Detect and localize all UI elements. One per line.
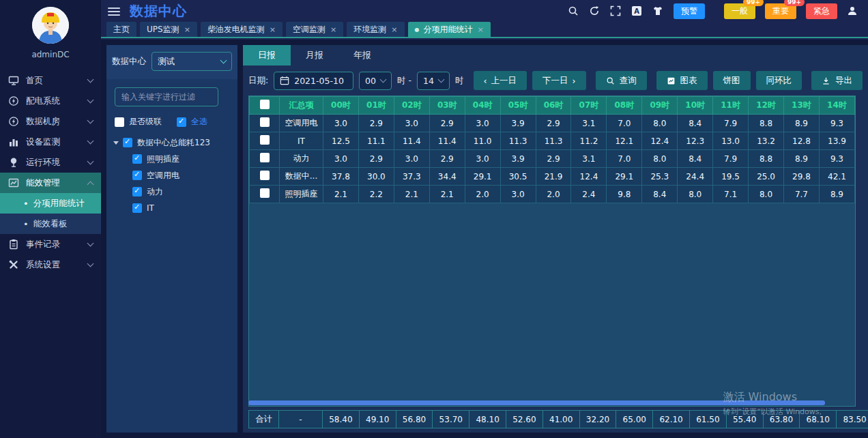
totals-cell: 56.80: [396, 411, 433, 428]
window-tab-4[interactable]: 环境监测×: [347, 22, 404, 37]
window-tab-0[interactable]: 主页: [106, 22, 136, 37]
alarm-button-1[interactable]: 一般99+: [724, 3, 755, 19]
user-icon[interactable]: [847, 5, 858, 17]
sidebar-item-label: 数据机房: [26, 116, 88, 128]
window-tab-label: 主页: [113, 24, 130, 35]
tree-node-checkbox[interactable]: [132, 171, 142, 180]
search-icon[interactable]: [568, 5, 579, 17]
column-header: 汇总项: [280, 97, 323, 115]
tree-root-label[interactable]: 数据中心总能耗123: [137, 137, 210, 149]
tree-node-checkbox[interactable]: [132, 154, 142, 164]
sidebar-item-2[interactable]: 数据机房: [0, 111, 101, 132]
window-tab-1[interactable]: UPS监测×: [140, 22, 197, 37]
tab-yearly-report[interactable]: 年报: [338, 45, 386, 65]
sidebar-item-0[interactable]: 首页: [0, 70, 101, 91]
alarm-count-badge: 99+: [743, 0, 764, 6]
alarm-button-3[interactable]: 紧急: [806, 3, 837, 19]
window-tab-label: 柴油发电机监测: [207, 24, 265, 35]
chart-button[interactable]: 图表: [656, 71, 708, 90]
tree-node-label[interactable]: 空调用电: [147, 170, 179, 181]
tab-daily-report[interactable]: 日报: [243, 45, 291, 65]
tree-node-label[interactable]: 动力: [147, 186, 163, 198]
select-all-rows-checkbox[interactable]: [260, 100, 270, 109]
column-header: 02时: [394, 97, 429, 115]
sidebar-item-1[interactable]: 配电系统: [0, 91, 101, 111]
row-checkbox[interactable]: [260, 135, 270, 145]
tree-root-checkbox[interactable]: [123, 138, 132, 147]
close-icon[interactable]: ×: [330, 25, 336, 34]
date-picker[interactable]: 2021-05-10: [274, 72, 353, 90]
totals-cell: 55.40: [726, 411, 763, 428]
tree-node-1[interactable]: 空调用电: [113, 167, 237, 184]
column-header: 14时: [819, 97, 854, 115]
select-all-label[interactable]: 全选: [191, 116, 207, 128]
keyword-filter-input[interactable]: [115, 92, 218, 102]
row-checkbox[interactable]: [260, 171, 270, 180]
hour-end-select[interactable]: 14: [417, 72, 450, 90]
table-cell: 21.9: [536, 168, 571, 186]
fullscreen-icon[interactable]: [610, 5, 622, 17]
table-cell: 25.0: [749, 168, 784, 186]
sidebar-item-7[interactable]: 系统设置: [0, 254, 101, 275]
table-cell: 2.9: [358, 150, 394, 168]
sidebar-subitem-1[interactable]: •能效看板: [0, 214, 101, 234]
tree-node-0[interactable]: 照明插座: [113, 151, 237, 167]
tree-node-checkbox[interactable]: [132, 187, 142, 196]
chevron-down-icon: [87, 240, 94, 247]
cascade-checkbox[interactable]: [115, 117, 124, 127]
tree-node-checkbox[interactable]: [132, 203, 142, 213]
refresh-icon[interactable]: [589, 5, 601, 17]
table-cell: 3.0: [394, 150, 429, 168]
export-button[interactable]: 导出: [811, 71, 863, 90]
close-icon[interactable]: ×: [478, 25, 484, 34]
column-header: 12时: [749, 97, 784, 115]
select-all-checkbox[interactable]: [177, 117, 186, 127]
tree-node-3[interactable]: IT: [113, 200, 237, 216]
close-icon[interactable]: ×: [270, 25, 276, 34]
hour-start-select[interactable]: 00: [359, 72, 392, 90]
avatar[interactable]: [32, 7, 69, 44]
tree-node-2[interactable]: 动力: [113, 184, 237, 200]
hamburger-icon[interactable]: [108, 8, 120, 16]
tab-monthly-report[interactable]: 月报: [291, 45, 338, 65]
next-day-button[interactable]: 下一日 ›: [532, 71, 586, 90]
prev-day-button[interactable]: ‹ 上一日: [474, 71, 527, 90]
close-icon[interactable]: ×: [184, 25, 190, 34]
sidebar-item-5[interactable]: 能效管理: [0, 173, 101, 193]
row-checkbox[interactable]: [260, 153, 270, 162]
keyword-filter-field[interactable]: [115, 87, 218, 106]
tree-node-label[interactable]: 照明插座: [147, 154, 179, 165]
pie-chart-button[interactable]: 饼图: [713, 71, 751, 90]
query-button[interactable]: 查询: [596, 71, 647, 90]
alarm-button-2[interactable]: 重要99+: [765, 3, 796, 19]
table-cell: 9.8: [607, 186, 642, 203]
row-checkbox[interactable]: [260, 188, 270, 198]
table-cell: 2.1: [394, 186, 429, 203]
sidebar-item-6[interactable]: 事件记录: [0, 234, 101, 254]
table-cell: 12.5: [323, 132, 359, 150]
sidebar-item-3[interactable]: 设备监测: [0, 132, 101, 152]
sidebar-item-label: 设备监测: [26, 136, 88, 148]
window-tab-3[interactable]: 空调监测×: [286, 22, 343, 37]
window-tab-5[interactable]: ●分项用能统计×: [408, 22, 491, 37]
alarm-button-0[interactable]: 预警: [674, 3, 705, 19]
tree-node-label[interactable]: IT: [147, 203, 154, 213]
datacenter-select[interactable]: 测试: [151, 52, 232, 71]
tree-root-node[interactable]: 数据中心总能耗123: [113, 134, 237, 151]
horizontal-scrollbar[interactable]: [248, 400, 825, 405]
sidebar-subitem-0[interactable]: •分项用能统计: [0, 193, 101, 214]
row-checkbox[interactable]: [260, 117, 270, 127]
window-tab-2[interactable]: 柴油发电机监测×: [201, 22, 283, 37]
translate-icon[interactable]: A: [631, 5, 643, 17]
totals-cell: 83.50: [837, 411, 868, 428]
table-cell: 3.0: [394, 115, 429, 132]
theme-icon[interactable]: [652, 5, 664, 17]
table-cell: 3.1: [571, 115, 607, 132]
table-cell: 8.9: [783, 150, 819, 168]
close-icon[interactable]: ×: [391, 25, 397, 34]
compare-button[interactable]: 同环比: [756, 71, 802, 90]
tree-caret-icon[interactable]: [113, 141, 119, 145]
table-cell: 8.0: [678, 186, 713, 203]
table-cell: 7.0: [607, 115, 642, 132]
sidebar-item-4[interactable]: 运行环境: [0, 152, 101, 173]
